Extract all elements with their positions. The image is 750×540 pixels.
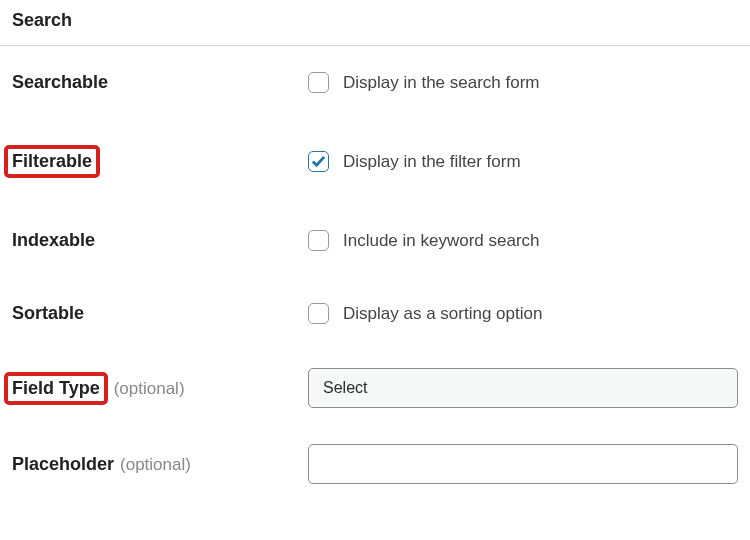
row-field-type: Field Type (optional) Select xyxy=(0,350,750,426)
label-filterable-text: Filterable xyxy=(4,145,100,178)
checkbox-indexable[interactable] xyxy=(308,230,329,251)
row-indexable: Indexable Include in keyword search xyxy=(0,204,750,277)
label-field-type-optional: (optional) xyxy=(114,379,185,399)
row-placeholder: Placeholder (optional) xyxy=(0,426,750,502)
row-sortable: Sortable Display as a sorting option xyxy=(0,277,750,350)
select-field-type[interactable]: Select xyxy=(308,368,738,408)
input-placeholder[interactable] xyxy=(308,444,738,484)
checkbox-indexable-label: Include in keyword search xyxy=(343,231,540,251)
checkbox-searchable-label: Display in the search form xyxy=(343,73,540,93)
label-searchable-text: Searchable xyxy=(12,72,108,93)
row-filterable: Filterable Display in the filter form xyxy=(0,119,750,204)
checkbox-sortable-label: Display as a sorting option xyxy=(343,304,542,324)
checkbox-sortable[interactable] xyxy=(308,303,329,324)
section-title: Search xyxy=(0,0,750,46)
checkbox-filterable-label: Display in the filter form xyxy=(343,152,521,172)
label-sortable-text: Sortable xyxy=(12,303,84,324)
label-placeholder: Placeholder (optional) xyxy=(12,454,308,475)
row-searchable: Searchable Display in the search form xyxy=(0,46,750,119)
select-field-type-value: Select xyxy=(323,379,367,397)
label-placeholder-optional: (optional) xyxy=(120,455,191,475)
label-filterable: Filterable xyxy=(12,145,308,178)
label-sortable: Sortable xyxy=(12,303,308,324)
label-indexable: Indexable xyxy=(12,230,308,251)
label-placeholder-text: Placeholder xyxy=(12,454,114,475)
checkbox-searchable[interactable] xyxy=(308,72,329,93)
label-indexable-text: Indexable xyxy=(12,230,95,251)
label-field-type: Field Type (optional) xyxy=(12,372,308,405)
checkbox-filterable[interactable] xyxy=(308,151,329,172)
label-searchable: Searchable xyxy=(12,72,308,93)
label-field-type-text: Field Type xyxy=(4,372,108,405)
